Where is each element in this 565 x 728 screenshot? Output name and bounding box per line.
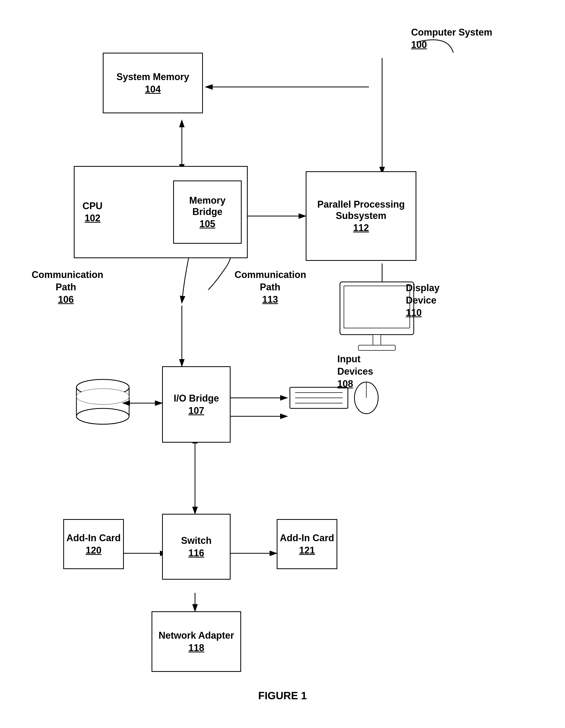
- comm-path-113-text: Communication Path: [235, 269, 306, 294]
- display-device-text: Display Device: [406, 282, 464, 307]
- parallel-num: 112: [353, 222, 369, 233]
- diagram: System Memory 104 CPU 102 Memory Bridge …: [0, 0, 565, 728]
- diagram-svg: [0, 0, 565, 728]
- svg-point-28: [76, 408, 129, 424]
- io-bridge-label: I/O Bridge: [174, 393, 219, 404]
- display-device-num: 110: [406, 307, 464, 319]
- input-devices-label: Input Devices 108: [337, 353, 395, 390]
- computer-system-label: Computer System 100: [411, 26, 492, 51]
- add-in-121-num: 121: [299, 545, 315, 556]
- computer-system-text: Computer System: [411, 26, 492, 39]
- switch-num: 116: [188, 548, 204, 559]
- system-memory-num: 104: [145, 84, 161, 95]
- network-adapter-num: 118: [188, 642, 204, 653]
- cpu-label: CPU: [82, 200, 103, 212]
- parallel-box: Parallel Processing Subsystem 112: [306, 171, 416, 261]
- input-devices-num: 108: [337, 378, 395, 390]
- input-devices-text: Input Devices: [337, 353, 395, 378]
- add-in-120-label: Add-In Card: [66, 532, 121, 544]
- add-in-121-box: Add-In Card 121: [277, 519, 337, 569]
- svg-rect-17: [373, 335, 381, 345]
- switch-box: Switch 116: [162, 514, 231, 580]
- memory-bridge-label: Memory Bridge: [174, 195, 241, 217]
- network-adapter-box: Network Adapter 118: [152, 611, 241, 672]
- computer-system-num: 100: [411, 39, 492, 51]
- comm-path-106-text: Communication Path: [32, 269, 100, 294]
- memory-bridge-num: 105: [199, 218, 215, 229]
- io-bridge-box: I/O Bridge 107: [162, 366, 231, 443]
- switch-label: Switch: [181, 535, 212, 546]
- comm-path-106-label: Communication Path 106: [32, 269, 100, 306]
- parallel-label: Parallel Processing Subsystem: [306, 199, 416, 221]
- io-bridge-num: 107: [188, 405, 204, 416]
- svg-point-29: [76, 389, 129, 404]
- display-device-label: Display Device 110: [406, 282, 464, 319]
- comm-path-113-num: 113: [235, 294, 306, 306]
- comm-path-106-num: 106: [32, 294, 100, 306]
- svg-rect-16: [344, 286, 410, 328]
- system-memory-box: System Memory 104: [103, 53, 203, 113]
- add-in-121-label: Add-In Card: [280, 532, 334, 544]
- comm-path-113-label: Communication Path 113: [235, 269, 306, 306]
- figure-label: FIGURE 1: [243, 690, 322, 702]
- cpu-bridge-outer-box: CPU 102 Memory Bridge 105: [74, 166, 248, 258]
- svg-rect-18: [358, 345, 395, 350]
- cpu-num: 102: [82, 213, 103, 224]
- add-in-120-box: Add-In Card 120: [63, 519, 124, 569]
- memory-bridge-box: Memory Bridge 105: [173, 180, 242, 244]
- add-in-120-num: 120: [86, 545, 101, 556]
- system-memory-label: System Memory: [116, 71, 189, 82]
- network-adapter-label: Network Adapter: [159, 630, 234, 641]
